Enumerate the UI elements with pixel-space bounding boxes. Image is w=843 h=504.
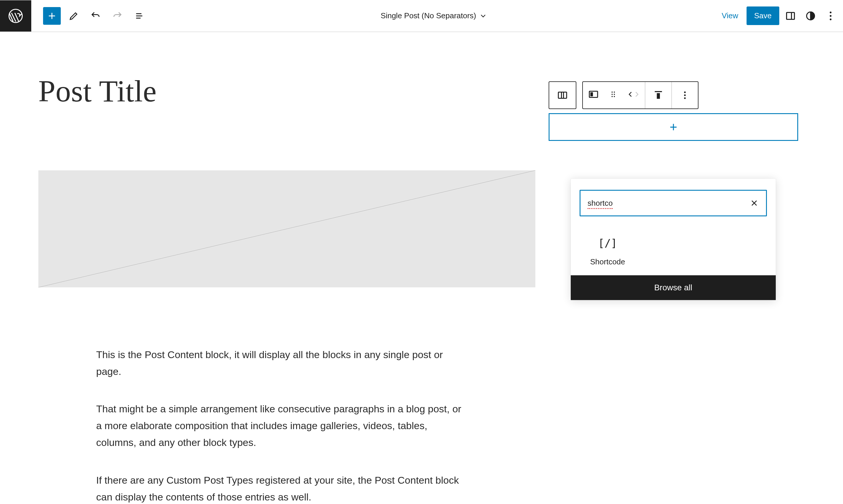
post-content-block[interactable]: This is the Post Content block, it will … [96, 346, 468, 504]
move-controls[interactable] [627, 90, 640, 101]
block-toolbar [549, 82, 798, 109]
undo-icon [90, 11, 101, 21]
content-paragraph: This is the Post Content block, it will … [96, 346, 468, 380]
tools-button[interactable] [65, 7, 83, 25]
block-search-results: [/] Shortcode [571, 222, 776, 275]
align-button[interactable] [645, 82, 671, 108]
featured-image-placeholder[interactable] [38, 170, 535, 287]
empty-column-appender[interactable]: + [549, 113, 798, 141]
editor-canvas: Post Title This is the Post Content bloc… [0, 73, 843, 504]
toggle-block-inserter-button[interactable] [43, 7, 61, 25]
svg-rect-1 [787, 12, 795, 19]
browse-all-button[interactable]: Browse all [571, 275, 776, 300]
clear-search-button[interactable] [750, 198, 759, 208]
svg-rect-15 [657, 93, 660, 99]
settings-sidebar-toggle-button[interactable] [781, 7, 800, 25]
more-vertical-icon [825, 10, 837, 22]
post-content-column: Post Title This is the Post Content bloc… [0, 73, 535, 504]
move-chevrons-icon [627, 90, 640, 99]
list-view-icon [134, 11, 144, 21]
align-top-icon [652, 89, 665, 102]
svg-point-18 [684, 97, 686, 99]
plus-icon: + [670, 121, 677, 133]
redo-button[interactable] [108, 7, 126, 25]
column-block-type-button[interactable] [587, 88, 600, 103]
block-inserter-popover: shortco [/] Shortcode Browse all [571, 179, 776, 300]
styles-button[interactable] [802, 7, 820, 25]
content-paragraph: If there are any Custom Post Types regis… [96, 472, 468, 504]
selected-column-block-area: + [549, 82, 798, 141]
drag-handle[interactable] [609, 90, 618, 101]
template-title-label: Single Post (No Separators) [381, 11, 476, 20]
redo-icon [112, 11, 123, 21]
styles-contrast-icon [805, 10, 816, 22]
toolbar-left-group [31, 7, 152, 25]
more-vertical-icon [679, 89, 691, 101]
options-menu-button[interactable] [822, 7, 840, 25]
document-overview-button[interactable] [130, 7, 148, 25]
svg-point-12 [614, 94, 615, 95]
svg-rect-8 [591, 92, 593, 96]
sidebar-icon [785, 10, 796, 22]
chevron-down-icon [479, 12, 487, 20]
plus-icon [47, 11, 57, 21]
close-icon [750, 198, 759, 208]
block-search-input-text: shortco [587, 199, 613, 208]
svg-point-10 [614, 91, 615, 93]
undo-button[interactable] [87, 7, 104, 25]
block-options-button[interactable] [671, 82, 698, 108]
post-title-block[interactable]: Post Title [38, 73, 535, 108]
drag-icon [609, 90, 618, 99]
parent-block-selector[interactable] [549, 82, 576, 109]
view-link[interactable]: View [716, 8, 744, 24]
editor-top-toolbar: Single Post (No Separators) View Save [0, 0, 843, 32]
block-result-label: Shortcode [590, 257, 625, 267]
svg-point-13 [612, 96, 613, 97]
template-title-dropdown[interactable]: Single Post (No Separators) [152, 11, 716, 20]
column-icon [587, 88, 600, 101]
wordpress-icon [8, 8, 23, 24]
toolbar-right-group: View Save [716, 6, 840, 25]
svg-point-9 [612, 91, 613, 93]
svg-point-5 [830, 18, 831, 20]
wordpress-logo[interactable] [0, 0, 31, 32]
block-search-field[interactable]: shortco [580, 190, 767, 216]
pencil-icon [68, 11, 79, 21]
svg-rect-6 [558, 92, 567, 98]
save-button[interactable]: Save [747, 6, 779, 25]
svg-point-3 [830, 12, 831, 13]
svg-point-4 [830, 15, 831, 17]
block-result-shortcode[interactable]: [/] Shortcode [585, 237, 630, 267]
svg-point-14 [614, 96, 615, 97]
content-paragraph: That might be a simple arrangement like … [96, 400, 468, 451]
shortcode-icon: [/] [598, 237, 617, 249]
columns-icon [556, 89, 569, 102]
svg-point-17 [684, 94, 686, 96]
svg-point-11 [612, 94, 613, 95]
svg-point-16 [684, 91, 686, 93]
